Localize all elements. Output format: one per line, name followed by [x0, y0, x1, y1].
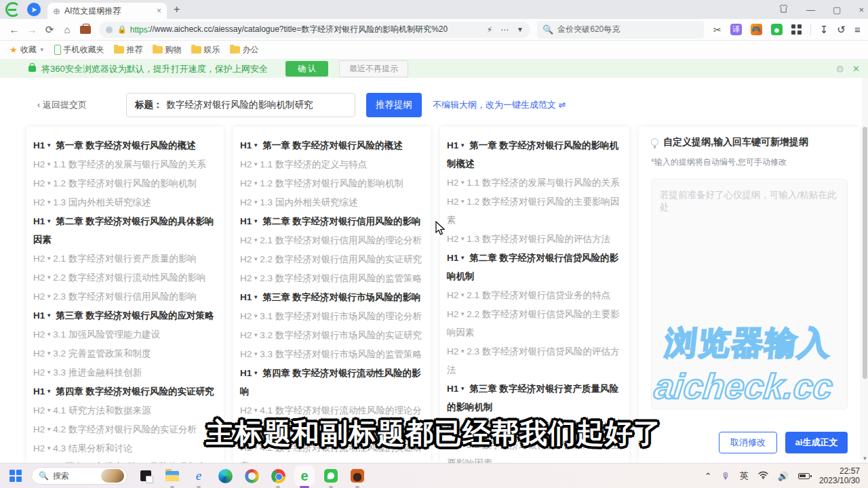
page-scrollbar[interactable]: ▼	[862, 78, 868, 463]
outline-row[interactable]: H2▼3.1加强风险管理能力建设	[33, 325, 217, 344]
bookmark-folder[interactable]: 推荐	[114, 44, 143, 56]
undo-icon[interactable]: ↺	[837, 24, 846, 36]
refresh-icon[interactable]: ⟳	[41, 24, 58, 36]
dismiss-button[interactable]: 最近不再提示	[339, 60, 408, 77]
outline-row[interactable]: H2▼3.3数字经济对银行市场风险的监管策略	[240, 345, 424, 363]
download-icon[interactable]: ↧	[820, 24, 829, 36]
outline-row[interactable]: H2▼2.2数字经济对银行信贷风险的主要影响因素	[447, 305, 623, 342]
close-window-button[interactable]: ×	[859, 5, 864, 15]
browser-tab[interactable]: ⊕ AI范文提纲推荐 ×	[47, 3, 167, 19]
outline-row[interactable]: H1▼第二章 数字经济对银行信用风险的影响	[240, 212, 424, 230]
outline-row[interactable]: H1▼第三章 数字经济对银行风险的应对策略	[33, 306, 217, 325]
chrome-browser-icon[interactable]	[271, 468, 285, 483]
ime-indicator[interactable]: 英	[740, 470, 749, 482]
outline-row[interactable]: H2▼1.1数字经济的定义与特点	[240, 155, 424, 174]
opera-browser-icon[interactable]	[244, 468, 259, 483]
outline-row[interactable]: H2▼1.3数字经济对银行风险的评估方法	[447, 230, 623, 248]
search-highlight-image[interactable]	[101, 469, 124, 483]
outline-row[interactable]: H2▼1.1数字经济的发展与银行风险的关系	[33, 155, 217, 174]
edge-browser-icon[interactable]	[218, 468, 233, 483]
speaker-icon[interactable]: 🔊	[778, 471, 789, 481]
browser-360-logo-icon[interactable]	[5, 2, 20, 17]
outline-row[interactable]: H2▼2.2数字经济对银行流动性风险的影响	[33, 268, 217, 287]
gear-icon[interactable]: ⚙	[836, 64, 845, 75]
bookmark-folder[interactable]: 购物	[153, 44, 182, 56]
more-dots-icon[interactable]: ⋯	[500, 25, 509, 35]
microphone-icon[interactable]: 🎙	[722, 471, 730, 481]
toolbox-icon[interactable]	[80, 26, 91, 34]
home-icon[interactable]: ⌂	[58, 24, 76, 35]
tab-close-icon[interactable]: ×	[157, 6, 161, 16]
outline-row[interactable]: H2▼1.2数字经济对银行风险的影响机制	[33, 174, 217, 192]
recommend-outline-button[interactable]: 推荐提纲	[366, 93, 422, 117]
outline-row[interactable]: H2▼2.3数字经济对银行信用风险的监管策略	[240, 269, 424, 287]
address-bar[interactable]: 🔒 https://www.aicheck.cc/aiessay/catalog…	[99, 22, 530, 38]
outline-row[interactable]: H2▼2.2数字经济对银行信用风险的实证研究	[240, 250, 424, 268]
outline-row[interactable]: H1▼第二章 数字经济对银行风险的具体影响因素	[33, 212, 217, 249]
game-center-icon[interactable]: 🎮	[751, 24, 762, 35]
outline-row[interactable]: H2▼3.3推进金融科技创新	[33, 363, 217, 382]
user-avatar-icon[interactable]: ➤	[27, 3, 41, 16]
outline-row[interactable]: H1▼第三章 数字经济对银行市场风险的影响	[240, 288, 424, 306]
outline-row[interactable]: H2▼2.1数字经济对银行信用风险的理论分析	[240, 231, 424, 249]
mobile-favorites[interactable]: 手机收藏夹	[54, 44, 104, 56]
outline-row[interactable]: H1▼第一章 数字经济对银行风险的影响机制概述	[447, 136, 623, 173]
wifi-icon[interactable]	[758, 471, 768, 481]
back-icon[interactable]: ←	[5, 24, 23, 35]
outline-row[interactable]: H2▼2.1数字经济对银行信贷业务的特点	[447, 286, 623, 304]
ie-browser-icon[interactable]: e	[191, 468, 206, 483]
outline-row[interactable]: H2▼1.3国内外相关研究综述	[33, 193, 217, 211]
restore-button[interactable]: ▢	[833, 5, 841, 15]
file-explorer-icon[interactable]	[165, 468, 180, 483]
scrollbar-thumb[interactable]	[863, 127, 867, 379]
outline-row[interactable]: H1▼第一章 数字经济对银行风险的概述	[240, 136, 424, 155]
back-to-submit-link[interactable]: ‹返回提交页	[37, 99, 87, 111]
apps-grid-icon[interactable]	[791, 24, 802, 35]
confirm-button[interactable]: 确 认	[285, 61, 328, 77]
outline-row[interactable]: H1▼第四章 数字经济对银行风险的实证研究	[33, 382, 217, 401]
translate-icon[interactable]: 译	[730, 24, 742, 35]
battery-icon[interactable]	[798, 473, 810, 479]
outline-row[interactable]: H2▼2.1数字经济对银行资产质量的影响	[33, 249, 217, 268]
scrollbar-down-arrow-icon[interactable]: ▼	[862, 455, 868, 462]
360-browser-icon[interactable]: e	[297, 468, 312, 483]
task-view-icon[interactable]	[138, 468, 153, 483]
outline-row[interactable]: H2▼1.2数字经济对银行风险的影响机制	[240, 174, 424, 192]
favorites-menu[interactable]: ★ 收藏 ▼	[9, 44, 45, 56]
toolbar-search-box[interactable]: 🔍 金价突破620每克	[537, 21, 704, 39]
outline-row[interactable]: H2▼3.2完善监管政策和制度	[33, 344, 217, 363]
forward-icon[interactable]: →	[23, 24, 41, 35]
title-input[interactable]: 标题： 数字经济对银行风险的影响机制研究	[126, 93, 355, 117]
custom-outline-textarea[interactable]	[651, 179, 848, 409]
start-button-icon[interactable]	[9, 470, 22, 482]
minimize-button[interactable]: —	[806, 5, 815, 15]
bookmark-folder[interactable]: 娱乐	[191, 44, 220, 56]
menu-hamburger-icon[interactable]: ≡	[854, 24, 861, 35]
outline-row[interactable]: H2▼2.3数字经济对银行信贷风险的评估方法	[447, 342, 623, 379]
site-info-icon[interactable]	[106, 26, 113, 33]
bookmark-folder[interactable]: 办公	[230, 44, 259, 56]
notice-close-icon[interactable]: ✕	[852, 64, 860, 74]
new-tab-button[interactable]: +	[174, 3, 180, 16]
taskbar-clock[interactable]: 22:57 2023/10/30	[819, 466, 860, 485]
speed-lightning-icon[interactable]: ⚡	[487, 25, 492, 35]
green-app-icon[interactable]	[323, 468, 338, 483]
outline-row[interactable]: H1▼第二章 数字经济对银行信贷风险的影响机制	[447, 249, 623, 285]
outline-row[interactable]: H2▼3.2数字经济对银行市场风险的实证研究	[240, 326, 424, 344]
tray-expand-icon[interactable]: ⌃	[705, 471, 712, 481]
theme-skin-icon[interactable]	[778, 3, 789, 16]
outline-row[interactable]: H1▼第四章 数字经济对银行流动性风险的影响	[240, 364, 424, 401]
outline-row[interactable]: H1▼第三章 数字经济对银行资产质量风险的影响机制	[447, 380, 623, 416]
dropdown-chevron-icon[interactable]: ▼	[517, 26, 524, 33]
wechat-app-icon[interactable]: ☻	[771, 24, 783, 35]
outline-row[interactable]: H2▼2.3数字经济对银行信用风险的影响	[33, 287, 217, 306]
outline-row[interactable]: H2▼1.1数字经济的发展与银行风险的关系	[447, 174, 623, 192]
one-click-generate-link[interactable]: 不编辑大纲，改为一键生成范文 ⇌	[433, 99, 566, 111]
wangwang-app-icon[interactable]	[350, 468, 365, 483]
screenshot-scissors-icon[interactable]: ✂	[713, 24, 722, 35]
taskbar-search[interactable]: 🔍 搜索	[31, 467, 127, 485]
outline-row[interactable]: H2▼1.2数字经济对银行风险的主要影响因素	[447, 192, 623, 229]
outline-row[interactable]: H1▼第五章 数字经济对银行风险的研究结论与建议	[33, 458, 217, 463]
outline-row[interactable]: H1▼第一章 数字经济对银行风险的概述	[33, 136, 217, 155]
outline-row[interactable]: H2▼3.1数字经济对银行市场风险的理论分析	[240, 307, 424, 325]
